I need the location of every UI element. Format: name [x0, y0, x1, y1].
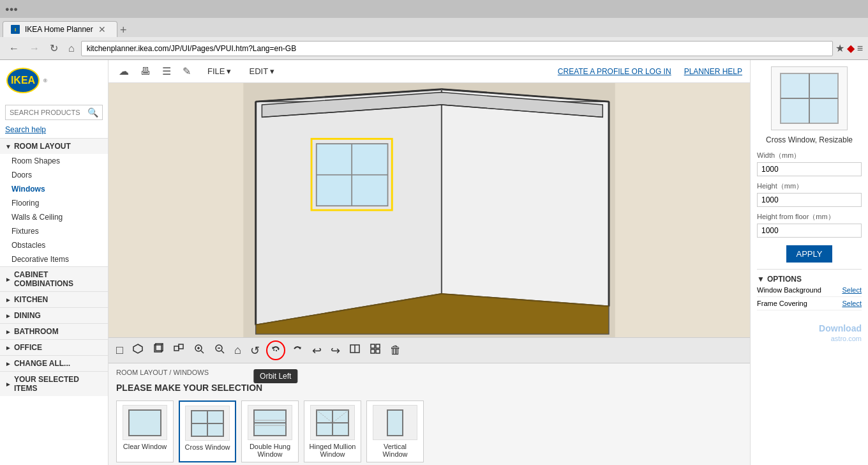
window-background-select[interactable]: Select [842, 286, 862, 294]
arrow-icon-kitchen: ► [5, 296, 11, 303]
orbit-up-button[interactable]: ↺ [248, 342, 262, 359]
zoom-in-button[interactable] [191, 342, 207, 359]
address-bar[interactable] [81, 41, 833, 56]
window-item-cross[interactable]: Cross Window [179, 400, 236, 462]
window-item-double-hung[interactable]: Double Hung Window [241, 400, 299, 462]
3d-view-area[interactable] [108, 83, 750, 337]
search-input[interactable] [10, 109, 87, 116]
search-help-link[interactable]: Search help [0, 124, 108, 138]
planner-help-link[interactable]: PLANNER HELP [684, 67, 742, 76]
height-input[interactable] [757, 193, 862, 207]
svg-rect-47 [376, 349, 380, 353]
height-label: Height（mm） [757, 181, 862, 191]
grid-button[interactable] [367, 342, 384, 359]
window-item-hinged-mullion[interactable]: Hinged Mullion Window [304, 400, 361, 462]
svg-marker-25 [133, 344, 142, 353]
file-menu-button[interactable]: FILE ▾ [204, 65, 235, 77]
window-background-label: Window Background [757, 286, 821, 294]
home-view-button[interactable]: ⌂ [232, 342, 244, 358]
nav-section-header-kitchen[interactable]: ► KITCHEN [0, 291, 108, 307]
window-item-clear[interactable]: Clear Window [116, 400, 174, 462]
tab-close-button[interactable]: ✕ [98, 24, 106, 34]
edit-menu-button[interactable]: EDIT ▾ [245, 65, 278, 77]
arrow-icon-change-all: ► [5, 360, 11, 367]
search-icon[interactable]: 🔍 [87, 107, 98, 118]
right-panel: Cross Window, Resizable Width（mm） Height… [750, 60, 868, 465]
svg-rect-44 [371, 344, 375, 348]
delete-button[interactable]: 🗑 [387, 342, 404, 358]
walls-toggle-button[interactable] [347, 342, 363, 359]
height-from-floor-label: Height from floor（mm） [757, 212, 862, 222]
nav-section-header-selected-items[interactable]: ► YOUR SELECTED ITEMS [0, 371, 108, 396]
nav-section-header-office[interactable]: ► OFFICE [0, 339, 108, 355]
nav-section-bathroom: ► BATHROOM [0, 323, 108, 339]
svg-rect-66 [810, 74, 837, 98]
extensions-button[interactable]: ◆ [847, 42, 855, 54]
menu-button[interactable]: ≡ [857, 43, 863, 54]
nav-section-header-bathroom[interactable]: ► BATHROOM [0, 323, 108, 339]
options-header[interactable]: ▼ OPTIONS [757, 269, 862, 284]
nav-section-header-change-all[interactable]: ► CHANGE ALL... [0, 355, 108, 371]
forward-button[interactable]: → [26, 40, 43, 57]
edit-pencil-button[interactable]: ✎ [180, 64, 193, 79]
edit-menu-arrow: ▾ [270, 66, 274, 76]
nav-section-header-cabinet[interactable]: ► CABINET COMBINATIONS [0, 266, 108, 291]
nav-item-walls-ceiling[interactable]: Walls & Ceiling [0, 210, 108, 224]
svg-rect-46 [371, 349, 375, 353]
window-items-list: Clear Window Cross Window Double Hung Wi… [116, 398, 742, 465]
svg-line-38 [221, 351, 224, 353]
panel-preview-svg [777, 70, 841, 126]
new-tab-button[interactable]: + [120, 24, 127, 37]
nav-section-header-dining[interactable]: ► DINING [0, 307, 108, 323]
tilt-left-button[interactable]: ↩ [310, 342, 324, 359]
hinged-mullion-window-label: Hinged Mullion Window [308, 443, 357, 458]
selection-title: PLEASE MAKE YOUR SELECTION [116, 379, 742, 398]
orbit-left-tooltip: Orbit Left [253, 369, 297, 383]
main-content: ☁ 🖶 ☰ ✎ FILE ▾ EDIT ▾ CREATE A PROFILE O… [108, 60, 750, 465]
cross-window-label: Cross Window [184, 443, 231, 451]
tab-favicon: I [11, 25, 20, 34]
double-hung-window-label: Double Hung Window [246, 443, 294, 458]
svg-rect-31 [174, 346, 179, 351]
nav-item-flooring[interactable]: Flooring [0, 196, 108, 210]
arrow-icon-bathroom: ► [5, 328, 11, 335]
nav-item-room-shapes[interactable]: Room Shapes [0, 154, 108, 168]
frame-covering-select[interactable]: Select [842, 300, 862, 307]
app-header: ☁ 🖶 ☰ ✎ FILE ▾ EDIT ▾ CREATE A PROFILE O… [108, 60, 750, 83]
tab-title: IKEA Home Planner [25, 25, 93, 34]
reload-button[interactable]: ↻ [46, 40, 62, 57]
orbit-right-button[interactable] [289, 342, 306, 359]
nav-section-dining: ► DINING [0, 307, 108, 323]
upload-button[interactable]: ☁ [116, 64, 131, 79]
apply-button[interactable]: APPLY [786, 245, 833, 263]
nav-item-obstacles[interactable]: Obstacles [0, 238, 108, 252]
orbit-left-button[interactable] [266, 340, 285, 360]
svg-rect-68 [810, 99, 837, 123]
fit-view-button[interactable] [170, 342, 187, 359]
rectangle-view-button[interactable]: □ [114, 342, 126, 358]
cube-view-button[interactable] [150, 342, 167, 359]
create-profile-link[interactable]: CREATE A PROFILE OR LOG IN [558, 67, 671, 76]
tilt-right-button[interactable]: ↪ [328, 342, 343, 359]
svg-marker-2 [442, 89, 609, 307]
nav-section-room-layout: ▼ ROOM LAYOUT Room Shapes Doors Windows … [0, 138, 108, 266]
browser-tab[interactable]: I IKEA Home Planner ✕ [3, 21, 117, 37]
zoom-out-button[interactable] [211, 342, 228, 359]
nav-item-doors[interactable]: Doors [0, 168, 108, 182]
arrow-icon-cabinet: ► [5, 276, 11, 283]
window-item-vertical[interactable]: Vertical Window [366, 400, 424, 462]
bookmark-button[interactable]: ★ [835, 42, 844, 54]
nav-section-kitchen: ► KITCHEN [0, 291, 108, 307]
height-from-floor-input[interactable] [757, 224, 862, 238]
home-button[interactable]: ⌂ [64, 40, 79, 57]
back-button[interactable]: ← [5, 40, 23, 57]
nav-item-fixtures[interactable]: Fixtures [0, 224, 108, 238]
list-button[interactable]: ☰ [160, 64, 174, 79]
svg-rect-67 [781, 99, 809, 123]
nav-section-header-room-layout[interactable]: ▼ ROOM LAYOUT [0, 138, 108, 154]
width-input[interactable] [757, 162, 862, 176]
3d-view-button[interactable] [130, 342, 146, 359]
nav-item-windows[interactable]: Windows [0, 182, 108, 196]
print-button[interactable]: 🖶 [138, 65, 153, 79]
nav-item-decorative-items[interactable]: Decorative Items [0, 252, 108, 266]
